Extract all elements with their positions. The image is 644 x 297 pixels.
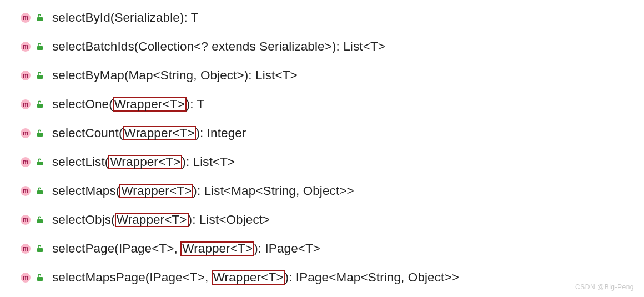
method-row[interactable]: selectMaps(Wrapper<T>): List<Map<String,… — [20, 177, 644, 205]
method-row[interactable]: selectCount(Wrapper<T>): Integer — [20, 119, 644, 148]
highlight-box: Wrapper<T> — [115, 213, 189, 228]
signature-suffix: ): List<Object> — [188, 213, 270, 226]
method-signature: selectList(Wrapper<T>): List<T> — [52, 155, 235, 170]
method-icon — [20, 243, 31, 254]
method-row[interactable]: selectBatchIds(Collection<? extends Seri… — [20, 32, 644, 61]
svg-rect-6 — [37, 190, 43, 194]
signature-prefix: selectBatchIds(Collection<? extends Seri… — [52, 39, 385, 53]
method-signature: selectPage(IPage<T>, Wrapper<T>): IPage<… — [52, 241, 320, 256]
svg-rect-7 — [37, 219, 43, 223]
signature-prefix: selectPage(IPage<T>, — [52, 241, 181, 255]
signature-prefix: selectByMap(Map<String, Object>): List<T… — [52, 68, 298, 82]
method-row[interactable]: selectPage(IPage<T>, Wrapper<T>): IPage<… — [20, 234, 644, 263]
signature-prefix: selectOne( — [52, 97, 113, 111]
method-signature: selectById(Serializable): T — [52, 11, 199, 25]
svg-rect-0 — [37, 17, 43, 21]
method-signature: selectMapsPage(IPage<T>, Wrapper<T>): IP… — [52, 270, 459, 285]
signature-suffix: ): List<Map<String, Object>> — [193, 184, 354, 198]
highlight-box: Wrapper<T> — [113, 97, 187, 112]
method-icon — [20, 272, 31, 283]
signature-prefix: selectCount( — [52, 126, 123, 140]
unlock-icon — [36, 187, 44, 195]
svg-rect-9 — [37, 277, 43, 281]
method-list: selectById(Serializable): TselectBatchId… — [20, 3, 644, 292]
signature-prefix: selectById(Serializable): T — [52, 11, 199, 24]
method-row[interactable]: selectOne(Wrapper<T>): T — [20, 90, 644, 119]
svg-rect-2 — [37, 75, 43, 79]
unlock-icon — [36, 244, 44, 253]
method-row[interactable]: selectByMap(Map<String, Object>): List<T… — [20, 61, 644, 90]
method-icon — [20, 157, 31, 168]
method-icon — [20, 99, 31, 110]
signature-prefix: selectMaps( — [52, 184, 120, 198]
method-icon — [20, 70, 31, 81]
method-signature: selectObjs(Wrapper<T>): List<Object> — [52, 213, 270, 228]
svg-rect-1 — [37, 46, 43, 50]
svg-rect-3 — [37, 104, 43, 108]
highlight-box: Wrapper<T> — [108, 155, 182, 170]
highlight-box: Wrapper<T> — [180, 241, 254, 256]
highlight-box: Wrapper<T> — [123, 126, 197, 141]
method-icon — [20, 12, 31, 23]
method-signature: selectMaps(Wrapper<T>): List<Map<String,… — [52, 184, 354, 199]
svg-rect-5 — [37, 162, 43, 165]
watermark-text: CSDN @Big-Peng — [575, 283, 634, 291]
unlock-icon — [36, 273, 44, 282]
signature-prefix: selectList( — [52, 155, 109, 169]
method-signature: selectByMap(Map<String, Object>): List<T… — [52, 68, 298, 83]
method-row[interactable]: selectMapsPage(IPage<T>, Wrapper<T>): IP… — [20, 263, 644, 292]
signature-suffix: ): IPage<T> — [254, 241, 320, 255]
svg-rect-8 — [37, 248, 43, 252]
unlock-icon — [36, 100, 44, 109]
method-icon — [20, 214, 31, 225]
method-signature: selectCount(Wrapper<T>): Integer — [52, 126, 246, 141]
method-icon — [20, 128, 31, 139]
method-row[interactable]: selectById(Serializable): T — [20, 3, 644, 32]
method-row[interactable]: selectList(Wrapper<T>): List<T> — [20, 148, 644, 177]
svg-rect-4 — [37, 133, 43, 137]
method-icon — [20, 185, 31, 197]
signature-suffix: ): Integer — [195, 126, 246, 140]
unlock-icon — [36, 71, 44, 80]
signature-suffix: ): List<T> — [182, 155, 235, 169]
unlock-icon — [36, 158, 44, 167]
unlock-icon — [36, 42, 44, 51]
unlock-icon — [36, 129, 44, 138]
highlight-box: Wrapper<T> — [212, 270, 285, 285]
signature-prefix: selectMapsPage(IPage<T>, — [52, 270, 212, 284]
method-row[interactable]: selectObjs(Wrapper<T>): List<Object> — [20, 205, 644, 234]
method-signature: selectOne(Wrapper<T>): T — [52, 97, 204, 112]
signature-suffix: ): T — [186, 97, 205, 111]
signature-prefix: selectObjs( — [52, 213, 115, 226]
highlight-box: Wrapper<T> — [119, 184, 193, 199]
unlock-icon — [36, 215, 44, 224]
unlock-icon — [36, 13, 44, 22]
method-signature: selectBatchIds(Collection<? extends Seri… — [52, 39, 385, 54]
signature-suffix: ): IPage<Map<String, Object>> — [285, 270, 459, 284]
method-icon — [20, 41, 31, 52]
